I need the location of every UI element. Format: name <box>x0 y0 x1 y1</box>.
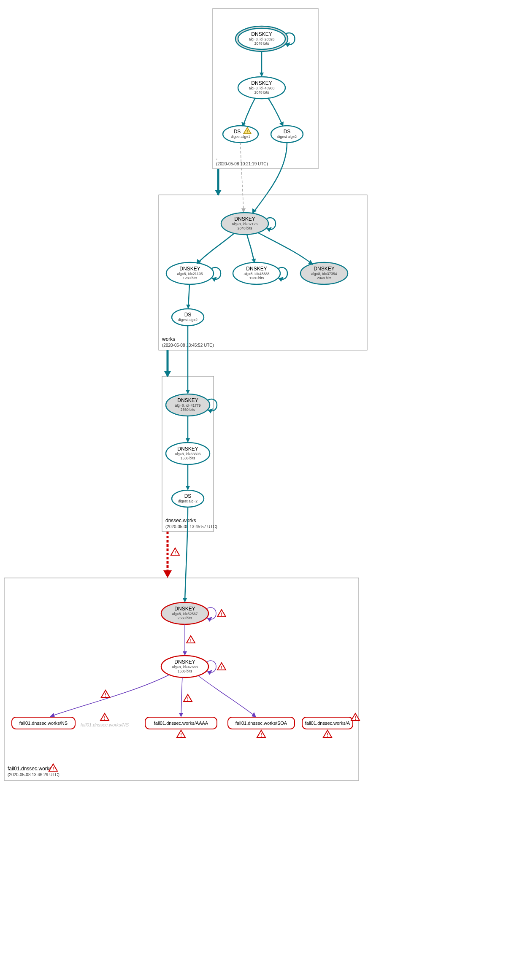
warning-icon <box>184 694 192 702</box>
svg-text:alg=8, id=37126: alg=8, id=37126 <box>232 222 258 226</box>
zone-root-name: . <box>216 155 217 161</box>
rr-aaaa: fail01.dnssec.works/AAAA <box>145 717 217 737</box>
svg-text:DNSKEY: DNSKEY <box>251 80 272 86</box>
svg-text:DNSKEY: DNSKEY <box>314 266 334 272</box>
svg-text:DNSKEY: DNSKEY <box>234 216 255 222</box>
node-dw-ds: DS digest alg=2 <box>172 490 204 507</box>
svg-text:1280 bits: 1280 bits <box>249 276 264 280</box>
svg-text:2048 bits: 2048 bits <box>317 276 332 280</box>
svg-text:alg=8, id=48903: alg=8, id=48903 <box>249 86 275 90</box>
svg-marker-45 <box>308 260 313 265</box>
warning-icon <box>351 713 360 721</box>
svg-text:2048 bits: 2048 bits <box>238 226 252 230</box>
node-dw-ksk: DNSKEY alg=8, id=41779 2560 bits <box>166 394 210 416</box>
svg-text:1280 bits: 1280 bits <box>183 276 198 280</box>
svg-text:alg=8, id=48888: alg=8, id=48888 <box>244 272 270 276</box>
svg-text:DNSKEY: DNSKEY <box>251 31 272 37</box>
svg-marker-51 <box>186 390 190 394</box>
svg-text:DNSKEY: DNSKEY <box>174 659 195 665</box>
node-root-zsk: DNSKEY alg=8, id=48903 2048 bits <box>238 77 285 99</box>
svg-marker-49 <box>186 305 190 309</box>
warning-icon <box>187 636 195 643</box>
svg-text:alg=8, id=37354: alg=8, id=37354 <box>311 272 337 276</box>
svg-text:DNSKEY: DNSKEY <box>246 266 267 272</box>
svg-text:2560 bits: 2560 bits <box>178 616 192 620</box>
node-works-ksk: DNSKEY alg=8, id=37126 2048 bits <box>221 213 268 235</box>
svg-marker-89 <box>252 712 256 717</box>
svg-text:alg=8, id=47688: alg=8, id=47688 <box>172 665 198 669</box>
node-f01-ksk: DNSKEY alg=8, id=52567 2560 bits <box>161 602 208 624</box>
svg-text:DNSKEY: DNSKEY <box>179 266 200 272</box>
svg-text:1536 bits: 1536 bits <box>178 669 192 673</box>
node-root-ds2: DS digest alg=2 <box>271 126 303 143</box>
svg-text:digest alg=2: digest alg=2 <box>178 318 198 322</box>
node-works-k21: DNSKEY alg=8, id=21105 1280 bits <box>166 262 214 284</box>
svg-text:DS: DS <box>284 129 291 135</box>
svg-text:fail01.dnssec.works/A: fail01.dnssec.works/A <box>305 721 350 726</box>
svg-text:digest alg=2: digest alg=2 <box>178 499 198 503</box>
svg-text:alg=8, id=21105: alg=8, id=21105 <box>177 272 203 276</box>
svg-text:alg=8, id=41779: alg=8, id=41779 <box>175 403 201 408</box>
rr-ns: fail01.dnssec.works/NS <box>12 717 75 729</box>
warning-icon <box>101 690 110 697</box>
rr-ns-faded: fail01.dnssec.works/NS <box>81 722 129 727</box>
warning-icon <box>100 713 109 721</box>
zone-fail01-ts: (2020-05-08 13:46:29 UTC) <box>8 772 60 777</box>
svg-text:DS: DS <box>234 129 241 135</box>
svg-text:DNSKEY: DNSKEY <box>174 606 195 612</box>
svg-text:2048 bits: 2048 bits <box>254 90 269 94</box>
node-works-ds: DS digest alg=2 <box>172 309 204 326</box>
warning-icon <box>171 548 179 555</box>
svg-marker-65 <box>186 486 190 490</box>
node-works-k48: DNSKEY alg=8, id=48888 1280 bits <box>233 262 280 284</box>
node-dw-zsk: DNSKEY alg=8, id=63306 1536 bits <box>166 443 210 464</box>
svg-marker-66 <box>163 570 172 578</box>
svg-text:2560 bits: 2560 bits <box>181 408 195 412</box>
dnssec-diagram: ! ! . (2020-05-08 10:21:19 UTC) works (2… <box>0 0 525 980</box>
svg-marker-87 <box>50 713 55 717</box>
svg-marker-12 <box>260 73 264 77</box>
svg-text:DS: DS <box>184 312 192 318</box>
svg-text:fail01.dnssec.works/AAAA: fail01.dnssec.works/AAAA <box>154 721 208 726</box>
rr-soa: fail01.dnssec.works/SOA <box>228 717 295 737</box>
svg-text:alg=8, id=20326: alg=8, id=20326 <box>249 37 275 41</box>
warning-icon <box>217 663 226 670</box>
zone-root-ts: (2020-05-08 10:21:19 UTC) <box>216 162 268 166</box>
svg-text:DNSKEY: DNSKEY <box>177 446 198 452</box>
zone-dw-name: dnssec.works <box>165 518 196 524</box>
node-works-k37: DNSKEY alg=8, id=37354 2048 bits <box>300 262 348 284</box>
svg-marker-21 <box>241 208 246 213</box>
zone-works-name: works <box>162 336 175 342</box>
svg-marker-61 <box>186 438 190 443</box>
node-f01-zsk: DNSKEY alg=8, id=47688 1536 bits <box>161 656 208 678</box>
svg-text:DNSKEY: DNSKEY <box>177 397 198 403</box>
node-root-ds1: DS digest alg=1 <box>223 126 258 143</box>
svg-text:digest alg=2: digest alg=2 <box>277 135 297 139</box>
svg-text:alg=8, id=63306: alg=8, id=63306 <box>175 452 201 456</box>
zone-fail01-name: fail01.dnssec.works <box>8 766 52 772</box>
svg-text:1536 bits: 1536 bits <box>181 456 195 460</box>
warning-icon <box>217 610 226 617</box>
svg-marker-67 <box>183 598 187 602</box>
node-root-ksk: DNSKEY alg=8, id=20326 2048 bits <box>235 26 288 51</box>
zone-dw-ts: (2020-05-08 13:45:57 UTC) <box>165 524 217 529</box>
svg-text:fail01.dnssec.works/NS: fail01.dnssec.works/NS <box>19 721 68 726</box>
svg-text:fail01.dnssec.works/SOA: fail01.dnssec.works/SOA <box>235 721 287 726</box>
rr-a: fail01.dnssec.works/A <box>302 717 353 737</box>
svg-text:digest alg=1: digest alg=1 <box>231 135 250 139</box>
svg-text:alg=8, id=52567: alg=8, id=52567 <box>172 612 198 616</box>
svg-text:DS: DS <box>184 493 192 499</box>
svg-text:2048 bits: 2048 bits <box>254 41 269 46</box>
svg-marker-88 <box>179 713 183 717</box>
svg-marker-78 <box>183 651 187 656</box>
